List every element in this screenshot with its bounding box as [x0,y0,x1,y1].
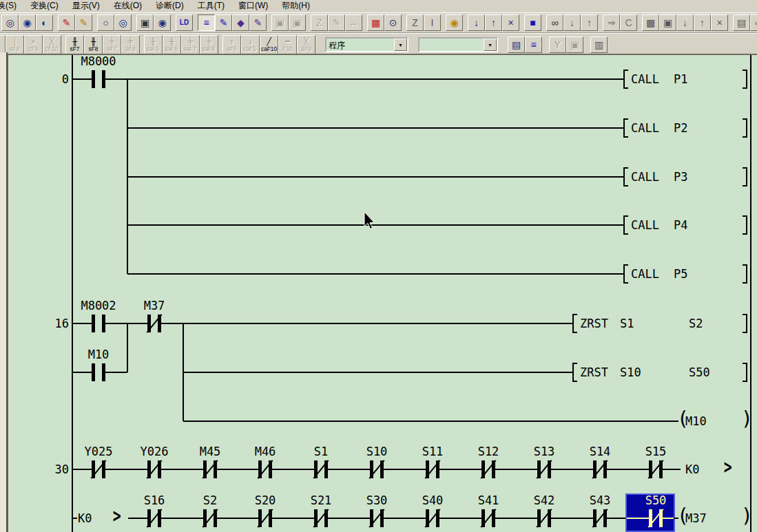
contact-bar [102,315,105,332]
operand-K0: K0 [78,511,92,525]
instruction-left-bracket [623,118,628,138]
wire-horizontal [127,273,623,275]
operand-K0: K0 [685,462,699,476]
instruction-left-bracket [623,167,628,187]
contact-wire-gap [95,78,102,80]
instruction-left-bracket [572,363,577,382]
rung-continuation-arrow: > [113,507,121,526]
contact-wire-gap [95,372,102,373]
coil-close-paren: ) [741,409,753,429]
step-number-16: 16 [26,317,69,330]
wire-horizontal [127,224,623,226]
operand-S2[interactable]: S2 [689,317,703,330]
contact-S15[interactable]: S15 [623,445,689,458]
instruction-zrst[interactable]: ZRST [580,317,608,330]
contact-bar [102,363,105,381]
contact-wire-gap [95,323,102,324]
rung-continuation-arrow: > [724,458,732,477]
operand-S1[interactable]: S1 [620,317,634,330]
wire-horizontal [127,176,623,178]
step-number-0: 0 [26,72,69,86]
contact-bar [102,70,105,88]
operand-S50[interactable]: S50 [689,365,710,379]
contact-M37[interactable]: M37 [121,299,187,312]
instruction-call[interactable]: CALL [631,170,659,184]
contact-M10[interactable]: M10 [65,348,132,361]
instruction-call[interactable]: CALL [631,218,659,232]
contact-bar [92,70,95,88]
operand-S10[interactable]: S10 [620,365,641,379]
instruction-right-bracket [743,118,747,138]
coil-M10[interactable]: M10 [685,414,707,428]
step-number-30: 30 [26,462,69,476]
operand-P5[interactable]: P5 [674,267,687,281]
instruction-right-bracket [743,264,747,284]
wire-horizontal [72,78,623,80]
instruction-right-bracket [743,70,747,89]
instruction-call[interactable]: CALL [631,72,659,86]
contact-M8000[interactable]: M8000 [65,54,132,68]
instruction-call[interactable]: CALL [631,121,659,135]
instruction-right-bracket [743,314,747,333]
instruction-right-bracket [743,215,747,235]
instruction-right-bracket [743,363,747,382]
contact-bar [92,363,95,381]
coil-M37[interactable]: M37 [685,511,707,525]
instruction-left-bracket [623,264,628,284]
operand-P3[interactable]: P3 [674,170,687,184]
instruction-left-bracket [623,215,628,235]
operand-P1[interactable]: P1 [674,72,687,86]
wire-horizontal [127,127,623,129]
operand-P4[interactable]: P4 [674,218,687,232]
ladder-diagram: 0M8000CALLP1CALLP2CALLP3CALLP4CALLP516M8… [0,0,757,532]
left-power-rail [72,55,73,532]
wire-horizontal [183,421,678,422]
instruction-zrst[interactable]: ZRST [580,365,608,379]
instruction-left-bracket [572,314,577,333]
operand-P2[interactable]: P2 [674,121,687,135]
instruction-right-bracket [743,167,747,187]
wire-horizontal [72,518,77,519]
instruction-left-bracket [623,70,628,89]
right-power-rail [750,55,751,532]
coil-close-paren: ) [741,507,753,526]
wire-horizontal [183,372,572,373]
instruction-call[interactable]: CALL [631,267,659,281]
contact-bar [92,315,95,332]
